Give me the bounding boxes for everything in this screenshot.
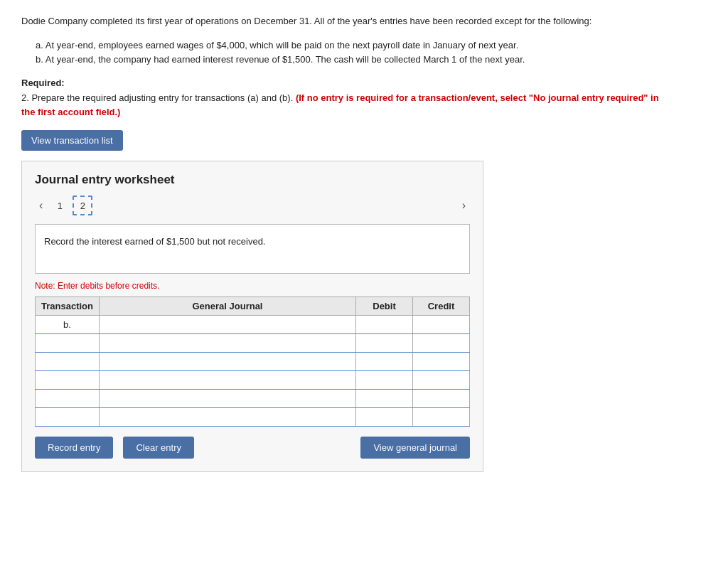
debit-input-6[interactable] (356, 408, 412, 426)
transaction-label-6 (36, 408, 100, 427)
col-header-debit: Debit (356, 297, 413, 316)
nav-prev-arrow[interactable]: ‹ (35, 198, 47, 213)
journal-input-cell-6[interactable] (100, 408, 356, 427)
credit-input-3[interactable] (413, 353, 469, 370)
action-buttons: Record entry Clear entry View general jo… (35, 437, 470, 459)
col-header-credit: Credit (413, 297, 470, 316)
required-label: Required: (21, 78, 707, 88)
journal-input-4[interactable] (100, 371, 355, 389)
view-transaction-button[interactable]: View transaction list (21, 130, 123, 151)
debit-input-2[interactable] (356, 334, 412, 352)
credit-input-cell-1[interactable] (413, 316, 470, 334)
debit-input-1[interactable] (356, 316, 412, 333)
debit-input-cell-6[interactable] (356, 408, 413, 427)
credit-input-cell-4[interactable] (413, 371, 470, 390)
credit-input-2[interactable] (413, 334, 469, 352)
debit-input-cell-5[interactable] (356, 390, 413, 408)
debit-input-cell-3[interactable] (356, 353, 413, 371)
instruction-text: 2. Prepare the required adjusting entry … (21, 91, 661, 119)
credit-input-4[interactable] (413, 371, 469, 389)
tab-2[interactable]: 2 (73, 196, 92, 215)
intro-paragraph: Dodie Company completed its first year o… (21, 14, 661, 28)
note-text: Note: Enter debits before credits. (35, 281, 470, 291)
credit-input-1[interactable] (413, 316, 469, 333)
credit-input-5[interactable] (413, 390, 469, 407)
debit-input-4[interactable] (356, 371, 412, 389)
table-row (36, 334, 470, 353)
record-entry-button[interactable]: Record entry (35, 437, 113, 459)
transaction-label-4 (36, 371, 100, 390)
credit-input-cell-3[interactable] (413, 353, 470, 371)
table-row: b. (36, 316, 470, 334)
worksheet-title: Journal entry worksheet (35, 173, 470, 187)
bullet-b: b. At year-end, the company had earned i… (36, 53, 707, 68)
instruction-plain: 2. Prepare the required adjusting entry … (21, 92, 293, 103)
debit-input-3[interactable] (356, 353, 412, 370)
clear-entry-button[interactable]: Clear entry (123, 437, 194, 459)
nav-next-arrow[interactable]: › (458, 198, 470, 213)
journal-input-cell-5[interactable] (100, 390, 356, 408)
journal-input-cell-1[interactable] (100, 316, 356, 334)
debit-input-cell-4[interactable] (356, 371, 413, 390)
table-row (36, 371, 470, 390)
bullet-list: a. At year-end, employees earned wages o… (36, 38, 707, 68)
col-header-transaction: Transaction (36, 297, 100, 316)
table-row (36, 408, 470, 427)
tab-navigation: ‹ 1 2 › (35, 196, 470, 215)
debit-input-cell-2[interactable] (356, 334, 413, 353)
credit-input-cell-2[interactable] (413, 334, 470, 353)
journal-input-5[interactable] (100, 390, 355, 407)
description-box: Record the interest earned of $1,500 but… (35, 224, 470, 274)
credit-input-cell-5[interactable] (413, 390, 470, 408)
worksheet-container: Journal entry worksheet ‹ 1 2 › Record t… (21, 161, 483, 472)
col-header-journal: General Journal (100, 297, 356, 316)
tab-1[interactable]: 1 (50, 196, 70, 215)
journal-input-6[interactable] (100, 408, 355, 426)
debit-input-cell-1[interactable] (356, 316, 413, 334)
credit-input-6[interactable] (413, 408, 469, 426)
journal-input-cell-3[interactable] (100, 353, 356, 371)
journal-input-1[interactable] (100, 316, 355, 333)
transaction-label-2 (36, 334, 100, 353)
transaction-label-1: b. (36, 316, 100, 334)
journal-input-2[interactable] (100, 334, 355, 352)
transaction-label-3 (36, 353, 100, 371)
credit-input-cell-6[interactable] (413, 408, 470, 427)
debit-input-5[interactable] (356, 390, 412, 407)
required-section: Required: 2. Prepare the required adjust… (21, 78, 707, 119)
table-row (36, 390, 470, 408)
journal-table: Transaction General Journal Debit Credit… (35, 296, 470, 427)
journal-input-cell-4[interactable] (100, 371, 356, 390)
journal-input-3[interactable] (100, 353, 355, 370)
transaction-label-5 (36, 390, 100, 408)
journal-input-cell-2[interactable] (100, 334, 356, 353)
view-general-journal-button[interactable]: View general journal (360, 437, 470, 459)
table-row (36, 353, 470, 371)
bullet-a: a. At year-end, employees earned wages o… (36, 38, 707, 53)
